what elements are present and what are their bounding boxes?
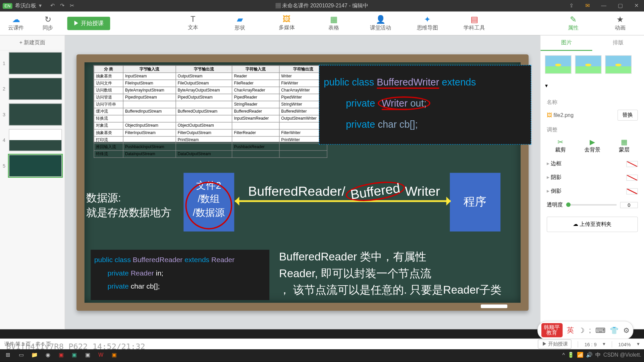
canvas-stage[interactable]: 分 类字节输入流字节输出流字符输入流字符输出流抽象基类InputStreamOu… [65, 35, 540, 329]
redo-icon[interactable]: ↷ [60, 3, 64, 9]
app-menu-dropdown[interactable]: ▾ [39, 3, 42, 9]
tray-up-icon[interactable]: ^ [562, 352, 565, 358]
tool-shape[interactable]: ▰形状 [224, 15, 256, 32]
opacity-label: 透明度 [547, 201, 562, 208]
arrow-label: BufferedReader/BufferedWriter [248, 182, 440, 200]
taskview-icon[interactable]: ▭ [16, 351, 26, 359]
tool-activity[interactable]: 👤课堂活动 [365, 15, 396, 32]
moon-icon[interactable]: ☽ [578, 326, 584, 335]
border-row[interactable]: 边框 [547, 160, 561, 167]
share-icon[interactable]: ⇪ [569, 3, 574, 9]
tray-ime[interactable]: 中 [595, 351, 601, 359]
maximize-icon[interactable]: ▢ [618, 3, 623, 9]
app-icon-1[interactable]: ▣ [56, 351, 66, 359]
opacity-slider[interactable] [566, 204, 616, 205]
name-label: 名称 [547, 99, 638, 106]
slide-thumb-3[interactable] [9, 104, 62, 126]
crop-button[interactable]: ✂裁剪 [547, 138, 574, 154]
tool-subject[interactable]: ▤学科工具 [459, 15, 490, 32]
app-icon-3[interactable]: ▣ [82, 351, 93, 359]
chrome-icon[interactable]: ◉ [43, 351, 53, 359]
cut-icon[interactable]: ✂ [70, 3, 74, 9]
code-bufferedwriter[interactable]: public class BufferedWriter extends priv… [319, 65, 531, 144]
bg-more[interactable]: ▾ [540, 78, 644, 93]
doc-title: 未命名课件 20201029-2147 - 编辑中 [275, 2, 368, 8]
chalk-icon [481, 304, 507, 308]
blackboard: 分 类字节输入流字节输出流字符输入流字符输出流抽象基类InputStreamOu… [85, 62, 521, 302]
start-menu-icon[interactable]: ⊞ [3, 351, 13, 359]
aspect-ratio[interactable]: 16 : 9 [584, 342, 596, 347]
adjust-label: 调整 [547, 126, 638, 133]
lang-icon[interactable]: 英 [567, 325, 574, 335]
tray-wifi-icon[interactable]: 📶 [577, 352, 584, 358]
zoom-dropdown-icon[interactable]: ▾ [637, 341, 640, 347]
tool-table[interactable]: ▦表格 [318, 15, 350, 32]
tool-cloud[interactable]: ☁云课件 [0, 15, 32, 32]
start-lecture-button[interactable]: ▶ 开始授课 [67, 16, 110, 30]
tab-image[interactable]: 图片 [540, 35, 592, 51]
slide-thumb-5[interactable] [9, 155, 62, 177]
brand-logo: 韩顺平教育 [541, 323, 562, 337]
titlebar: EN 希沃白板 ▾ ↶ ↷ ✂ 未命名课件 20201029-2147 - 编辑… [0, 0, 644, 11]
stream-table[interactable]: 分 类字节输入流字节输出流字符输入流字符输出流抽象基类InputStreamOu… [93, 65, 328, 142]
slide-thumb-4[interactable] [9, 129, 62, 151]
close-icon[interactable]: ✕ [634, 3, 639, 9]
ribbon: ☁云课件 ↻同步 ▶ 开始授课 T文本 ▰形状 🖼多媒体 ▦表格 👤课堂活动 ✦… [0, 11, 644, 35]
arrow-line [235, 200, 451, 202]
mail-icon[interactable]: ✉ [585, 3, 590, 9]
description-text: BufferedReader 类中，有属性Reader, 即可以封装一个节点流，… [279, 248, 501, 298]
file-name: file2.png [547, 112, 574, 118]
tray-battery-icon[interactable]: 🔋 [568, 352, 574, 358]
ime-badge[interactable]: EN [3, 3, 12, 9]
replace-button[interactable]: 替换 [618, 110, 638, 121]
tool-props[interactable]: ✎属性 [557, 15, 589, 32]
tool-text[interactable]: T文本 [177, 15, 209, 32]
upload-button[interactable]: ☁ 上传至资料夹 [547, 217, 638, 232]
removebg-button[interactable]: ▶去背景 [579, 138, 606, 154]
slide-panel: + 新建页面 1 2 3 4 5 [0, 35, 65, 329]
app-icon-4[interactable]: W [96, 351, 106, 359]
keyboard-icon[interactable]: ⌨ [595, 326, 605, 335]
slide-thumb-1[interactable] [9, 52, 62, 74]
slide-thumb-2[interactable] [9, 78, 62, 100]
csdn-watermark: CSDN @Violett. [603, 352, 641, 358]
start-button-small[interactable]: ▶ 开始授课 [538, 340, 572, 349]
tab-layout[interactable]: 排版 [592, 35, 644, 51]
bg-preset-3[interactable] [605, 55, 632, 74]
opacity-input[interactable] [620, 202, 638, 208]
explorer-icon[interactable]: 📁 [29, 351, 40, 359]
settings-icon[interactable]: ⚙ [623, 326, 629, 335]
bg-preset-2[interactable] [575, 55, 601, 74]
minimize-icon[interactable]: — [601, 3, 606, 9]
app-name: 希沃白板 [15, 2, 36, 9]
windows-taskbar: ⊞ ▭ 📁 ◉ ▣ ▣ ▣ W ▣ ^ 🔋 📶 🔊 中 CSDN @Violet… [0, 349, 644, 361]
app-icon-2[interactable]: ▣ [69, 351, 80, 359]
mask-button[interactable]: ▦蒙层 [610, 138, 638, 154]
reflect-none[interactable] [626, 188, 638, 194]
bg-preset-1[interactable] [545, 55, 572, 74]
code-bufferedreader[interactable]: public class BufferedReader extends Read… [91, 249, 269, 300]
tool-mindmap[interactable]: ✦思维导图 [412, 15, 443, 32]
tray-volume-icon[interactable]: 🔊 [586, 352, 593, 358]
tool-anim[interactable]: ★动画 [604, 15, 636, 32]
new-page-button[interactable]: + 新建页面 [0, 35, 65, 50]
reflect-row[interactable]: 倒影 [547, 187, 561, 195]
box-file[interactable]: 文件2/数组/数据源 [183, 173, 234, 231]
box-program[interactable]: 程序 [450, 173, 500, 231]
border-none[interactable] [626, 161, 638, 167]
shirt-icon[interactable]: 👕 [610, 326, 619, 335]
properties-panel: 图片 排版 ▾ 名称 file2.png替换 调整 ✂裁剪 ▶去背景 ▦蒙层 边… [540, 35, 644, 329]
app-icon-5[interactable]: ▣ [109, 351, 119, 359]
tool-sync[interactable]: ↻同步 [32, 15, 64, 32]
ratio-dropdown-icon[interactable]: ▾ [603, 341, 605, 347]
shadow-row[interactable]: 阴影 [547, 174, 561, 181]
shadow-none[interactable] [626, 174, 638, 180]
zoom-level[interactable]: 104% [618, 342, 631, 347]
datasource-text: 数据源:就是存放数据地方 [86, 190, 171, 220]
tool-media[interactable]: 🖼多媒体 [271, 15, 303, 32]
floating-toolbar: 韩顺平教育 英 ☽ ; ⌨ 👕 ⚙ [537, 321, 634, 339]
undo-icon[interactable]: ↶ [50, 3, 55, 9]
semicolon-icon[interactable]: ; [589, 326, 591, 334]
